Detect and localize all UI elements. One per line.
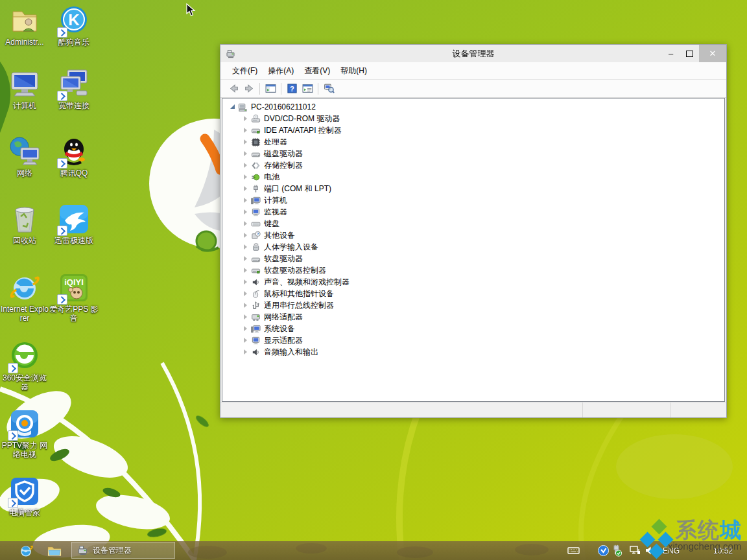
expand-collapsed-icon[interactable]: [242, 115, 250, 122]
touch-keyboard-icon[interactable]: [567, 544, 580, 557]
menu-file[interactable]: 文件(F): [227, 63, 263, 79]
tree-item-audio-io[interactable]: 音频输入和输出: [222, 346, 724, 358]
menu-action[interactable]: 操作(A): [263, 63, 299, 79]
tree-item-battery[interactable]: 电池: [222, 171, 724, 183]
expand-collapsed-icon[interactable]: [242, 185, 250, 192]
expand-collapsed-icon[interactable]: [242, 220, 250, 228]
properties-button[interactable]: [300, 82, 315, 96]
taskbar-ie-button[interactable]: [18, 543, 34, 559]
desktop-icon-pptv[interactable]: PPTV聚力 网络电视: [0, 408, 49, 459]
tree-root[interactable]: PC-201606211012: [222, 101, 724, 113]
tree-item-label: 存储控制器: [264, 160, 303, 171]
desktop-icon-network[interactable]: 网络: [0, 136, 49, 178]
tree-item-monitor[interactable]: 监视器: [222, 206, 724, 218]
tree-item-other[interactable]: 其他设备: [222, 229, 724, 241]
language-indicator[interactable]: ENG: [663, 546, 680, 555]
tree-item-computer[interactable]: 计算机: [222, 194, 724, 206]
volume-tray-icon[interactable]: [644, 544, 656, 557]
window-title: 设备管理器: [220, 48, 726, 60]
expand-collapsed-icon[interactable]: [242, 313, 250, 321]
expand-collapsed-icon[interactable]: [242, 231, 250, 239]
tree-item-processor[interactable]: 处理器: [222, 136, 724, 148]
expand-collapsed-icon[interactable]: [242, 126, 250, 134]
tree-item-hid[interactable]: 人体学输入设备: [222, 241, 724, 253]
monitor-icon: [251, 207, 261, 217]
toolbar-separator: [259, 83, 260, 95]
expand-collapsed-icon[interactable]: [242, 161, 250, 169]
tree-item-label: 人体学输入设备: [264, 242, 318, 253]
expand-collapsed-icon[interactable]: [242, 325, 250, 332]
desktop-icon-qq[interactable]: 腾讯QQ: [49, 136, 99, 178]
floppy-controller-icon: [251, 266, 261, 275]
back-button[interactable]: [226, 82, 241, 96]
tree-item-mouse[interactable]: 鼠标和其他指针设备: [222, 288, 724, 299]
menu-help[interactable]: 帮助(H): [335, 63, 372, 79]
expand-collapsed-icon[interactable]: [242, 336, 250, 344]
tree-item-floppy-drive[interactable]: 软盘驱动器: [222, 253, 724, 264]
tree-root-label: PC-201606211012: [251, 102, 316, 111]
sound-video-game-icon: [251, 277, 261, 287]
usb-safely-remove-icon[interactable]: [610, 544, 622, 557]
desktop-icon-xunlei[interactable]: 迅雷极速版: [49, 204, 99, 245]
desktop-icon-label: 腾讯QQ: [49, 169, 99, 178]
minimize-button[interactable]: –: [661, 45, 680, 62]
tree-item-label: 端口 (COM 和 LPT): [264, 183, 331, 194]
window-menubar: 文件(F) 操作(A) 查看(V) 帮助(H): [220, 62, 726, 80]
desktop-icon-recycle-bin[interactable]: 回收站: [0, 204, 49, 245]
desktop-icon-label: 电脑管家: [0, 508, 49, 517]
expand-collapsed-icon[interactable]: [242, 138, 250, 146]
tree-item-ports[interactable]: 端口 (COM 和 LPT): [222, 183, 724, 194]
tree-item-floppy-controller[interactable]: 软盘驱动器控制器: [222, 264, 724, 276]
console-tree-button[interactable]: [263, 82, 278, 96]
forward-button[interactable]: [241, 82, 257, 96]
desktop-icon-kugou[interactable]: K 酷狗音乐: [49, 5, 99, 47]
taskbar-explorer-button[interactable]: [47, 543, 62, 559]
desktop-icon-label: 网络: [0, 169, 49, 178]
expand-collapsed-icon[interactable]: [242, 290, 250, 298]
battery-icon: [251, 172, 261, 182]
desktop-icon-pc-manager[interactable]: 电脑管家: [0, 476, 49, 517]
desktop-icon-label: 宽带连接: [49, 101, 99, 110]
computer-icon: [251, 196, 261, 205]
close-button[interactable]: ✕: [699, 45, 726, 62]
expand-expanded-icon[interactable]: [229, 103, 237, 111]
statusbar-segment: [670, 402, 726, 417]
menu-view[interactable]: 查看(V): [299, 63, 335, 79]
tree-item-disk[interactable]: 磁盘驱动器: [222, 148, 724, 159]
tree-item-network-adapter[interactable]: 网络适配器: [222, 311, 724, 323]
expand-collapsed-icon[interactable]: [242, 196, 250, 204]
expand-collapsed-icon[interactable]: [242, 173, 250, 181]
tree-item-usb[interactable]: 通用串行总线控制器: [222, 299, 724, 311]
window-titlebar[interactable]: 设备管理器 – ✕: [220, 45, 726, 62]
network-tray-icon[interactable]: [629, 544, 641, 557]
maximize-button[interactable]: [680, 45, 699, 62]
tree-item-keyboard[interactable]: 键盘: [222, 218, 724, 229]
tree-item-sound[interactable]: 声音、视频和游戏控制器: [222, 276, 724, 288]
device-tree: PC-201606211012 DVD/CD-ROM 驱动器 IDE ATA/A…: [222, 98, 725, 402]
scan-hardware-button[interactable]: [321, 82, 337, 96]
expand-collapsed-icon[interactable]: [242, 150, 250, 158]
expand-collapsed-icon[interactable]: [242, 243, 250, 251]
tree-item-storage[interactable]: 存储控制器: [222, 159, 724, 171]
desktop-icon-computer[interactable]: 计算机: [0, 69, 49, 110]
tree-item-display-adapter[interactable]: 显示适配器: [222, 334, 724, 346]
expand-collapsed-icon[interactable]: [242, 255, 250, 262]
desktop-icon-administrator[interactable]: Administr...: [0, 5, 49, 47]
expand-collapsed-icon[interactable]: [242, 301, 250, 309]
expand-collapsed-icon[interactable]: [242, 208, 250, 216]
desktop-icon-internet-explorer[interactable]: Internet Explorer: [0, 272, 49, 323]
pc-manager-tray-icon[interactable]: [597, 544, 610, 557]
help-button[interactable]: [284, 82, 300, 96]
desktop-icon-360-browser[interactable]: 360安全浏览器: [0, 341, 49, 391]
expand-collapsed-icon[interactable]: [242, 266, 250, 274]
desktop-icon-broadband[interactable]: 宽带连接: [49, 69, 99, 110]
clock[interactable]: 10:52: [713, 546, 733, 555]
tree-item-dvd[interactable]: DVD/CD-ROM 驱动器: [222, 113, 724, 124]
tree-item-ide[interactable]: IDE ATA/ATAPI 控制器: [222, 124, 724, 136]
expand-collapsed-icon[interactable]: [242, 278, 250, 286]
taskbar-task-device-manager[interactable]: 设备管理器: [71, 542, 175, 559]
expand-collapsed-icon[interactable]: [242, 348, 250, 356]
desktop-icon-iqiyi[interactable]: iQIYI 爱奇艺PPS 影音: [49, 272, 99, 323]
system-devices-icon: [251, 324, 261, 334]
tree-item-system-devices[interactable]: 系统设备: [222, 323, 724, 334]
